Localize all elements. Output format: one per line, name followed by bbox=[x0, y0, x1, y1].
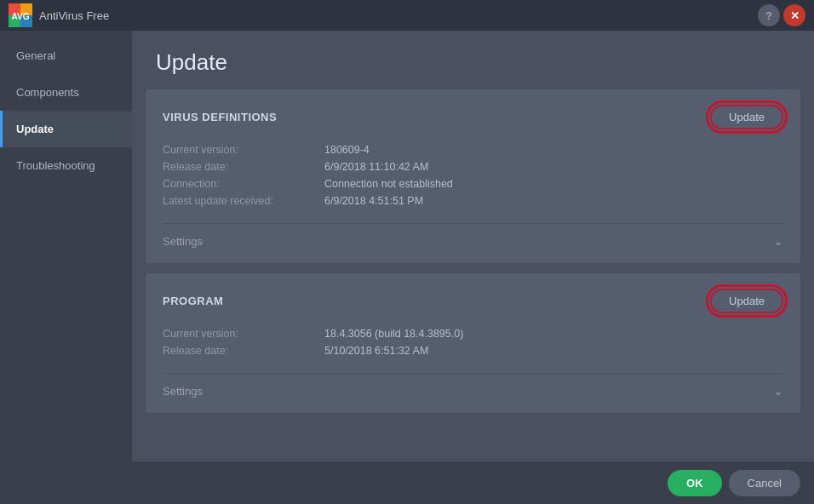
app-title: AntiVirus Free bbox=[39, 9, 109, 22]
title-bar-left: AVG AntiVirus Free bbox=[9, 3, 109, 27]
program-title: PROGRAM bbox=[163, 295, 223, 307]
svg-text:AVG: AVG bbox=[12, 12, 30, 21]
virus-definitions-info: Current version: 180609-4 Release date: … bbox=[163, 141, 783, 209]
sidebar-item-general[interactable]: General bbox=[0, 37, 132, 74]
virus-definitions-header: VIRUS DEFINITIONS Update bbox=[163, 105, 783, 129]
title-bar-controls: ? ✕ bbox=[758, 4, 805, 26]
field-value: 6/9/2018 4:51:51 PM bbox=[324, 192, 783, 209]
ok-button[interactable]: OK bbox=[668, 470, 722, 496]
field-value: 18.4.3056 (build 18.4.3895.0) bbox=[324, 325, 783, 342]
table-row: Connection: Connection not established bbox=[163, 175, 783, 192]
virus-definitions-footer: Settings ⌄ bbox=[163, 223, 783, 248]
field-label: Latest update received: bbox=[163, 192, 324, 209]
sidebar-item-troubleshooting[interactable]: Troubleshooting bbox=[0, 147, 132, 184]
page-title: Update bbox=[132, 31, 814, 89]
main-layout: General Components Update Troubleshootin… bbox=[0, 31, 814, 461]
field-label: Release date: bbox=[163, 158, 324, 175]
virus-definitions-settings[interactable]: Settings bbox=[163, 235, 203, 248]
sidebar-item-components[interactable]: Components bbox=[0, 74, 132, 111]
field-value: 180609-4 bbox=[324, 141, 783, 158]
sidebar: General Components Update Troubleshootin… bbox=[0, 31, 132, 461]
help-button[interactable]: ? bbox=[758, 4, 780, 26]
field-value: 6/9/2018 11:10:42 AM bbox=[324, 158, 783, 175]
program-info: Current version: 18.4.3056 (build 18.4.3… bbox=[163, 325, 783, 359]
virus-definitions-title: VIRUS DEFINITIONS bbox=[163, 111, 277, 123]
bottom-bar: OK Cancel bbox=[0, 461, 814, 504]
cancel-button[interactable]: Cancel bbox=[729, 470, 800, 496]
virus-definitions-card: VIRUS DEFINITIONS Update Current version… bbox=[146, 89, 800, 263]
program-header: PROGRAM Update bbox=[163, 289, 783, 313]
field-label: Connection: bbox=[163, 175, 324, 192]
field-value: Connection not established bbox=[324, 175, 783, 192]
chevron-down-icon[interactable]: ⌄ bbox=[773, 384, 783, 398]
table-row: Latest update received: 6/9/2018 4:51:51… bbox=[163, 192, 783, 209]
table-row: Release date: 6/9/2018 11:10:42 AM bbox=[163, 158, 783, 175]
avg-logo-icon: AVG bbox=[9, 3, 32, 27]
program-settings[interactable]: Settings bbox=[163, 385, 203, 398]
field-label: Release date: bbox=[163, 342, 324, 359]
title-bar: AVG AntiVirus Free ? ✕ bbox=[0, 0, 814, 31]
field-label: Current version: bbox=[163, 141, 324, 158]
program-card: PROGRAM Update Current version: 18.4.305… bbox=[146, 273, 800, 413]
table-row: Current version: 180609-4 bbox=[163, 141, 783, 158]
sidebar-item-update[interactable]: Update bbox=[0, 111, 132, 147]
program-footer: Settings ⌄ bbox=[163, 373, 783, 398]
table-row: Release date: 5/10/2018 6:51:32 AM bbox=[163, 342, 783, 359]
program-update-button[interactable]: Update bbox=[710, 289, 783, 313]
field-label: Current version: bbox=[163, 325, 324, 342]
field-value: 5/10/2018 6:51:32 AM bbox=[324, 342, 783, 359]
table-row: Current version: 18.4.3056 (build 18.4.3… bbox=[163, 325, 783, 342]
close-button[interactable]: ✕ bbox=[783, 4, 805, 26]
virus-definitions-update-button[interactable]: Update bbox=[710, 105, 783, 129]
chevron-down-icon[interactable]: ⌄ bbox=[773, 234, 783, 248]
content-area: Update VIRUS DEFINITIONS Update Current … bbox=[132, 31, 814, 461]
